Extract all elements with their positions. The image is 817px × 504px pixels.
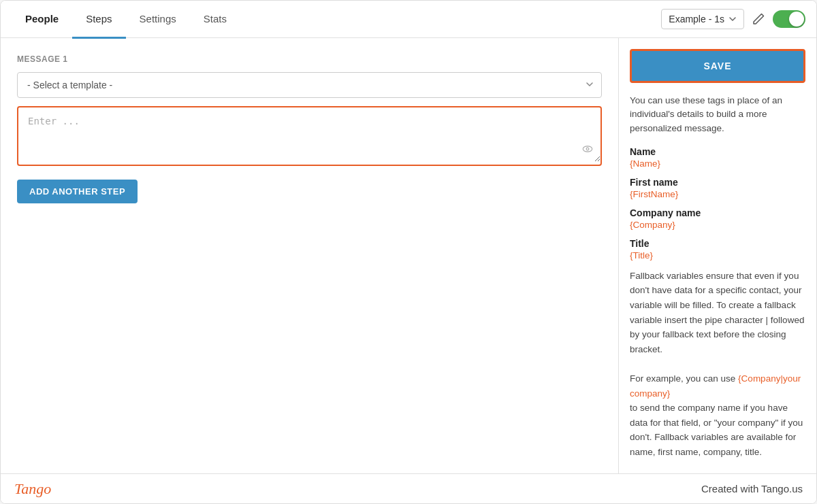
chevron-down-icon [728, 15, 737, 23]
left-panel: MESSAGE 1 - Select a template - [1, 38, 619, 473]
template-select[interactable]: - Select a template - [17, 72, 602, 98]
main-content: MESSAGE 1 - Select a template - [1, 38, 816, 473]
example-dropdown[interactable]: Example - 1s [661, 9, 744, 29]
save-button[interactable]: SAVE [630, 49, 805, 83]
svg-point-1 [586, 148, 589, 150]
app-window: People Steps Settings Stats Example - 1s [0, 0, 817, 504]
message-textarea-wrapper [17, 106, 602, 166]
add-another-step-button[interactable]: ADD ANOTHER STEP [17, 180, 138, 203]
tab-settings[interactable]: Settings [126, 1, 190, 39]
variable-name-group: Name {Name} [630, 146, 805, 169]
svg-point-0 [583, 146, 592, 152]
tab-stats[interactable]: Stats [190, 1, 240, 39]
footer-logo: Tango [14, 480, 51, 498]
right-panel: SAVE You can use these tags in place of … [619, 38, 816, 473]
footer: Tango Created with Tango.us [1, 473, 816, 503]
fallback-description: Fallback variables ensure that even if y… [630, 269, 805, 460]
message-label: MESSAGE 1 [17, 54, 602, 64]
tab-steps[interactable]: Steps [72, 1, 125, 39]
variable-company-group: Company name {Company} [630, 207, 805, 230]
eye-icon[interactable] [581, 143, 594, 158]
tab-people[interactable]: People [12, 1, 72, 39]
edit-icon[interactable] [751, 12, 766, 27]
active-toggle[interactable] [773, 10, 805, 28]
message-textarea[interactable] [18, 107, 600, 162]
top-nav: People Steps Settings Stats Example - 1s [1, 1, 816, 38]
nav-tabs: People Steps Settings Stats [12, 1, 661, 38]
footer-credit: Created with Tango.us [701, 483, 803, 494]
help-text: You can use these tags in place of an in… [630, 94, 805, 135]
template-select-wrapper: - Select a template - [17, 72, 602, 98]
variable-title-group: Title {Title} [630, 238, 805, 261]
nav-right: Example - 1s [661, 9, 805, 29]
variable-firstname-group: First name {FirstName} [630, 177, 805, 199]
